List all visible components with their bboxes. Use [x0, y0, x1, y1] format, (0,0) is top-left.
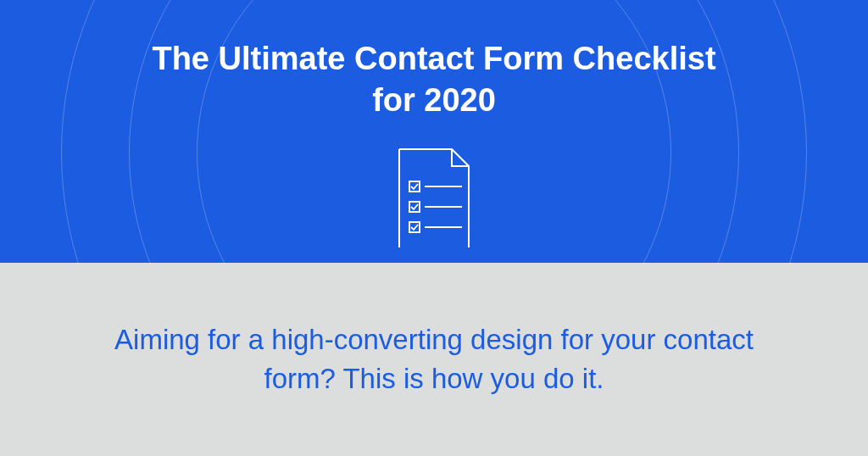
svg-rect-4	[409, 222, 420, 232]
checklist-document-icon	[396, 146, 472, 251]
subtitle-text: Aiming for a high-converting design for …	[86, 320, 782, 398]
svg-rect-2	[409, 202, 420, 212]
page-title: The Ultimate Contact Form Checklist for …	[137, 38, 731, 122]
subhero-section: Aiming for a high-converting design for …	[0, 263, 868, 456]
hero-section: The Ultimate Contact Form Checklist for …	[0, 0, 868, 263]
svg-rect-0	[409, 181, 420, 192]
